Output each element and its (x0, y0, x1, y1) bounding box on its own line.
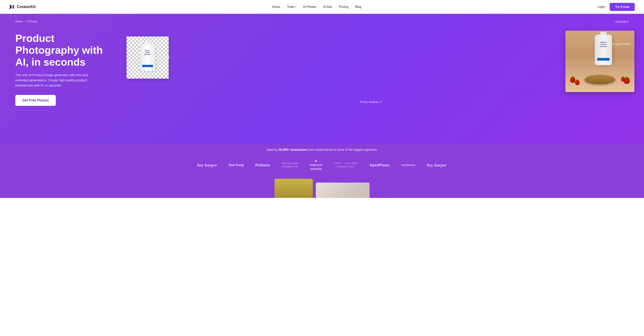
main-nav: Home Tools ▾ AI Photos AI Ads Pricing Bl… (272, 5, 362, 9)
product-bottle-after (595, 35, 612, 65)
hero-subtitle: The only AI Product image generator with… (15, 73, 98, 88)
bottle-cap-before (145, 42, 150, 45)
brand-dad-gang: Dad Gang (229, 163, 244, 167)
nav-blog[interactable]: Blog (355, 5, 361, 9)
tools-chevron-icon: ▾ (295, 6, 296, 8)
logo-icon-part2 (12, 5, 14, 9)
logo-icon (9, 5, 15, 9)
brand-aeropress: AeroPress (370, 163, 390, 167)
brand-logos-row: hey harper Dad Gang Polonio REVITALASHCO… (0, 159, 644, 171)
arrow-icon: » (167, 54, 170, 60)
hero-section: Home / AI Photos Language ▾ Product Phot… (0, 14, 644, 144)
product-bottle-before (140, 44, 155, 71)
nav-tools[interactable]: Tools ▾ (287, 5, 296, 9)
nav-home[interactable]: Home (272, 5, 280, 9)
bottle-label-after (597, 58, 610, 61)
logo[interactable]: CreatorKit (9, 5, 36, 9)
product-bowl (584, 75, 615, 84)
hero-title: Product Photography with AI, in seconds (15, 32, 115, 68)
bottom-card-marble (316, 183, 370, 198)
navbar-left: CreatorKit (9, 5, 36, 9)
navbar-right: Login Try it now (598, 3, 635, 11)
breadcrumb-left: Home / AI Photos (15, 20, 38, 23)
after-product-card: Photorealistic generations ↙ (566, 31, 634, 92)
get-free-photos-button[interactable]: Get Free Photos (15, 95, 56, 106)
language-chevron-icon: ▾ (627, 20, 629, 23)
hero-text: Product Photography with AI, in seconds … (15, 32, 115, 106)
bottom-cards-row (0, 179, 644, 198)
navbar: CreatorKit Home Tools ▾ AI Photos AI Ads… (0, 0, 644, 14)
breadcrumb: Home / AI Photos Language ▾ (0, 14, 644, 23)
social-proof-text: Used by 35,000+ businesses from small br… (0, 148, 644, 152)
brand-hey-harper-1: hey harper (197, 163, 217, 168)
social-proof-section: Used by 35,000+ businesses from small br… (0, 144, 644, 179)
strawberry-4 (621, 77, 625, 82)
strawberry-1 (570, 77, 576, 83)
hero-content: Product Photography with AI, in seconds … (0, 23, 644, 119)
bottom-card-yellow (274, 179, 313, 198)
bottle-cap-after (600, 32, 606, 35)
logo-icon-part1 (9, 5, 12, 9)
brand-hey-harper-2: hey harper (427, 163, 446, 168)
login-link[interactable]: Login (598, 5, 605, 9)
nav-ai-photos[interactable]: AI Photos (303, 5, 316, 9)
strawberry-3 (624, 77, 630, 84)
hero-visual: » Photorealistic generations ↙ (126, 31, 629, 107)
language-selector[interactable]: Language ▾ (615, 20, 629, 23)
perfect-shadows-label: Perfect shadows ↗ (360, 100, 382, 104)
brand-polonio: Polonio (255, 163, 270, 167)
brand-stay-golden: STAY GOLDENCOSMETICS (334, 162, 358, 169)
nav-pricing[interactable]: Pricing (339, 5, 348, 9)
try-now-button[interactable]: Try it now (610, 3, 635, 11)
bottle-label-before (142, 65, 153, 67)
logo-text: CreatorKit (17, 5, 36, 9)
brand-heideman: heideman (401, 163, 415, 167)
breadcrumb-current: AI Photos (26, 20, 38, 23)
brand-publicis: ✿PUBLICISGROUPE (310, 159, 322, 171)
breadcrumb-home[interactable]: Home (15, 20, 22, 23)
strawberry-2 (575, 80, 580, 85)
breadcrumb-separator: / (24, 20, 25, 23)
nav-ai-ads[interactable]: AI Ads (323, 5, 332, 9)
before-product-card (126, 37, 169, 79)
brand-revitalash: REVITALASHCOSMETICS (282, 162, 298, 169)
